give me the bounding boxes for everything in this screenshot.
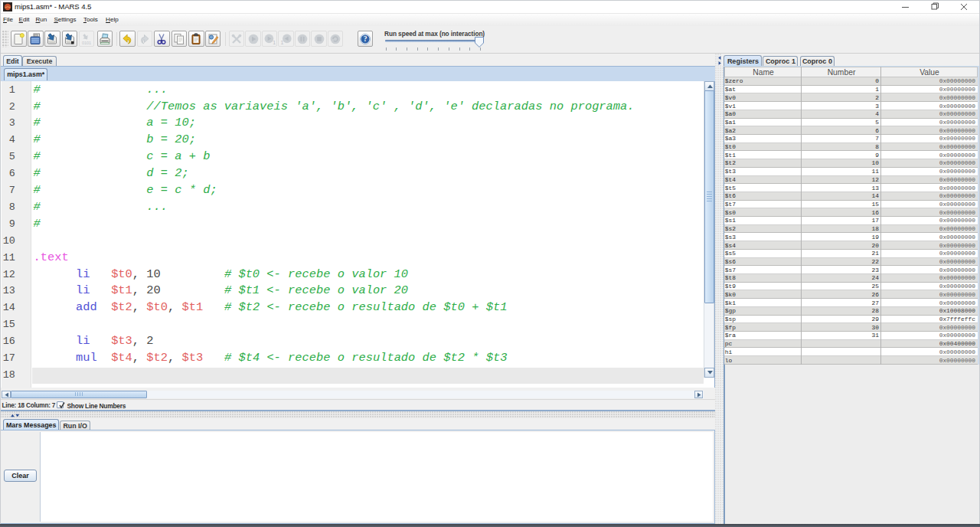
svg-text:0101: 0101 xyxy=(82,40,91,44)
svg-text:1: 1 xyxy=(273,39,276,44)
svg-text:?: ? xyxy=(364,35,368,43)
svg-text:1: 1 xyxy=(280,39,283,44)
